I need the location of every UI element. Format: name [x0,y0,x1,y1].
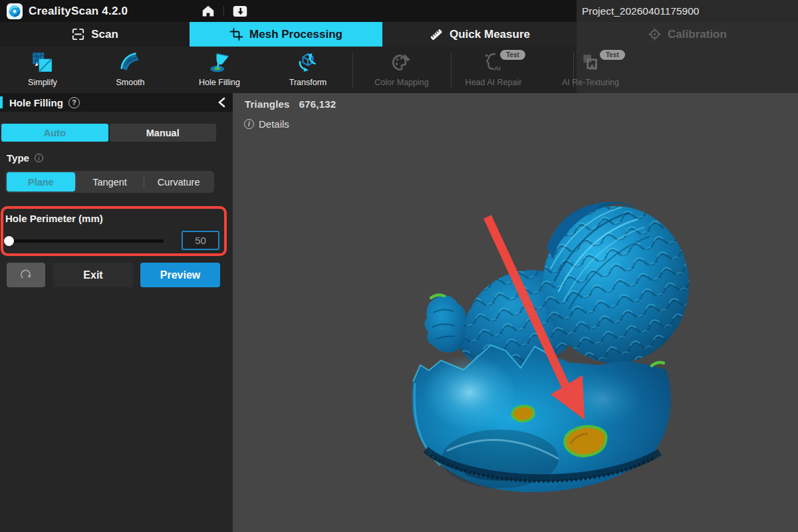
tool-hole-filling-label: Hole Filling [199,78,240,87]
tool-head-ai-repair-label: Head AI Repair [466,78,522,87]
tool-transform-label: Transform [289,78,327,87]
tab-scan[interactable]: Scan [0,22,190,47]
toolbar-divider [451,52,452,88]
mode-tab-auto[interactable]: Auto [1,124,108,142]
app-logo-icon [7,3,23,19]
test-badge: Test [600,50,625,60]
transform-icon [296,51,320,74]
slider-thumb[interactable] [4,236,14,246]
tool-smooth-label: Smooth [116,78,144,87]
help-icon[interactable]: ? [68,97,80,108]
tool-ai-retexturing[interactable]: AI AI Re-Texturing Test [551,51,630,87]
hole-filling-panel: Hole Filling ? Auto Manual Type i Plane … [0,93,233,532]
hole-perimeter-label: Hole Perimeter (mm) [5,213,103,224]
hole-perimeter-slider[interactable] [4,235,164,246]
open-project-icon[interactable] [232,4,248,19]
accent-bar [0,96,3,108]
tab-quick-measure[interactable]: Quick Measure [382,22,577,47]
project-header: Project_20260401175900 [577,0,798,22]
tab-scan-label: Scan [91,28,118,41]
tool-simplify-label: Simplify [28,78,57,87]
hole-perimeter-input[interactable] [182,231,219,250]
smooth-icon [118,51,142,74]
model-3d-render[interactable] [233,93,798,532]
model-egg-shell [412,345,671,492]
type-label: Type [7,152,29,164]
simplify-icon [31,51,54,74]
ai-retexturing-icon: AI [579,51,602,74]
type-row: Type i [7,152,43,164]
viewport-3d[interactable]: Triangles 676,132 i Details [233,93,798,532]
tool-ai-retexturing-label: AI Re-Texturing [562,78,619,87]
tab-mesh-processing[interactable]: Mesh Processing [190,22,382,47]
tab-calibration-label: Calibration [668,28,727,41]
scan-icon [71,27,85,41]
tool-head-ai-repair[interactable]: AI Head AI Repair Test [454,51,533,87]
app-title: CrealityScan 4.2.0 [29,5,128,18]
quick-measure-icon [429,27,444,42]
triangle-stats: Triangles 676,132 [245,98,336,110]
crealityscan-window: CrealityScan 4.2.0 Project_2026040117590… [0,0,798,532]
home-icon[interactable] [201,4,215,19]
model-hole-patch-small [512,406,534,422]
project-name: Project_20260401175900 [582,5,699,17]
exit-button[interactable]: Exit [53,263,133,287]
action-buttons: Exit Preview [0,263,233,288]
tool-hole-filling[interactable]: Hole Filling [180,51,259,87]
details-label: Details [259,118,289,130]
triangles-label: Triangles [245,98,290,110]
hole-filling-icon [207,51,231,74]
titlebar-divider [223,6,224,17]
test-badge: Test [500,50,525,60]
type-segmented-control: Plane Tangent Curvature [5,171,214,193]
slider-track[interactable] [4,239,164,243]
type-option-curvature[interactable]: Curvature [144,172,213,192]
triangles-value: 676,132 [299,98,336,110]
type-option-plane[interactable]: Plane [7,172,75,192]
model-hole-patch-large [565,426,606,456]
toolbar-divider [352,52,353,88]
chevron-left-icon [217,97,226,108]
mode-tabs: Auto Manual [1,124,216,142]
tab-quick-measure-label: Quick Measure [450,28,530,41]
ai-glyph: AI [494,65,501,72]
tab-mesh-processing-label: Mesh Processing [249,28,342,41]
redo-button[interactable] [7,263,45,287]
model-hole-edge-green [652,362,664,366]
calibration-icon [648,27,662,41]
mode-tab-manual[interactable]: Manual [110,124,217,142]
mesh-toolbar: Simplify Smooth Hole Filling [0,47,798,93]
tool-simplify[interactable]: Simplify [3,51,82,87]
tab-calibration[interactable]: Calibration [577,22,798,47]
main-tab-bar: Scan Mesh Processing [0,22,798,47]
model-wing [424,295,466,352]
info-icon: i [35,154,43,162]
redo-icon [19,268,33,283]
type-option-tangent[interactable]: Tangent [76,172,144,192]
collapse-panel-button[interactable] [217,97,226,108]
title-bar: CrealityScan 4.2.0 Project_2026040117590… [0,0,798,22]
details-info-icon: i [244,119,254,129]
tool-color-mapping-label: Color Mapping [374,78,428,87]
panel-header: Hole Filling ? [0,93,233,112]
tool-color-mapping[interactable]: Color Mapping [362,51,442,87]
color-mapping-icon [390,51,413,74]
mesh-processing-icon [229,27,243,41]
panel-title: Hole Filling [9,97,63,108]
preview-button[interactable]: Preview [140,263,220,287]
ai-glyph: AI [589,63,597,71]
details-toggle[interactable]: i Details [244,118,289,130]
tool-smooth[interactable]: Smooth [90,51,170,87]
tool-transform[interactable]: Transform [268,51,348,87]
